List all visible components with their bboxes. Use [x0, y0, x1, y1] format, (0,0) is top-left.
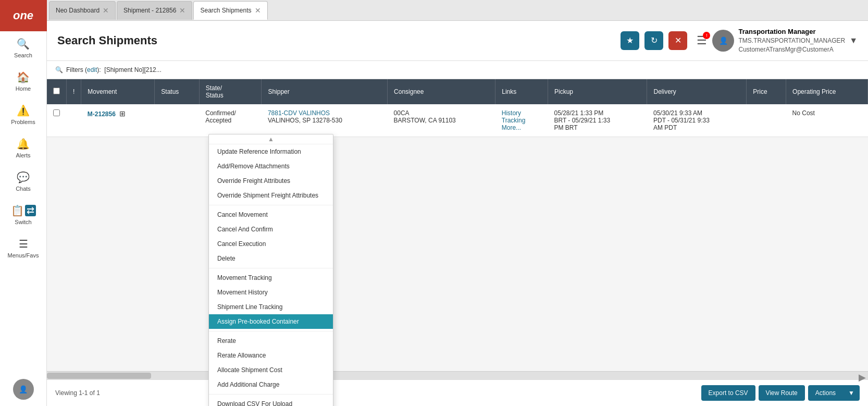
tab-bar: Neo Dashboard ✕ Shipment - 212856 ✕ Sear… — [47, 0, 868, 21]
sidebar-item-problems[interactable]: ⚠️ Problems — [0, 98, 46, 131]
menu-item-override-freight[interactable]: Override Freight Attributes — [209, 174, 333, 188]
sidebar-item-search[interactable]: 🔍 Search — [0, 31, 46, 65]
dropdown-divider-3 — [209, 331, 333, 331]
star-icon: ★ — [626, 35, 634, 45]
select-all-checkbox[interactable] — [53, 88, 60, 94]
actions-dropdown-button[interactable]: ▼ — [843, 385, 860, 401]
menu-item-rerate-allowance[interactable]: Rerate Allowance — [209, 348, 333, 363]
dropdown-divider-1 — [209, 205, 333, 205]
table-wrap[interactable]: ! Movement Status State/Status Shipper C… — [47, 79, 868, 371]
home-icon: 🏠 — [17, 71, 30, 83]
menu-item-movement-history[interactable]: Movement History — [209, 285, 333, 300]
user-info: 👤 Transportation Manager TMS.TRANSPORTAT… — [712, 27, 858, 54]
consignee-address: BARSTOW, CA 91103 — [394, 117, 456, 124]
main-area: Neo Dashboard ✕ Shipment - 212856 ✕ Sear… — [47, 0, 868, 406]
menu-item-movement-tracking[interactable]: Movement Tracking — [209, 270, 333, 285]
row-state-status-cell: Confirmed/Accepted — [199, 104, 262, 137]
menu-item-download-csv[interactable]: Download CSV For Upload — [209, 397, 333, 406]
sidebar-item-label: Search — [14, 52, 32, 58]
viewing-text: Viewing 1-1 of 1 — [55, 389, 100, 397]
tab-close-neo-dashboard[interactable]: ✕ — [103, 7, 109, 14]
search-icon: 🔍 — [17, 38, 30, 50]
refresh-button[interactable]: ↻ — [644, 31, 663, 50]
avatar: 👤 — [712, 30, 734, 52]
alerts-icon: 🔔 — [17, 138, 30, 150]
menu-button-wrap: ☰ ! — [697, 34, 707, 47]
shipments-table: ! Movement Status State/Status Shipper C… — [47, 79, 868, 137]
actions-split-button: Actions ▼ — [808, 385, 860, 401]
col-movement: Movement — [81, 79, 155, 104]
scrollbar-thumb — [47, 373, 151, 379]
tab-shipment-212856[interactable]: Shipment - 212856 ✕ — [117, 1, 192, 20]
menu-item-update-reference[interactable]: Update Reference Information — [209, 144, 333, 159]
menu-item-allocate-cost[interactable]: Allocate Shipment Cost — [209, 363, 333, 377]
menu-item-shipment-line-tracking[interactable]: Shipment Line Tracking — [209, 300, 333, 314]
export-csv-button[interactable]: Export to CSV — [701, 385, 755, 401]
actions-main-button[interactable]: Actions — [808, 385, 843, 401]
more-link[interactable]: More... — [502, 124, 542, 131]
tab-label: Shipment - 212856 — [123, 7, 176, 14]
tracking-link[interactable]: Tracking — [502, 117, 542, 124]
row-excl-cell — [67, 104, 81, 137]
sidebar-item-label: Home — [16, 85, 31, 92]
sidebar-item-home[interactable]: 🏠 Home — [0, 65, 46, 98]
close-button[interactable]: ✕ — [668, 31, 687, 50]
row-delivery-cell: 05/30/21 9:33 AM PDT - 05/31/21 9:33 AM … — [647, 104, 747, 137]
col-operating-price: Operating Price — [786, 79, 868, 104]
menu-item-delete[interactable]: Delete — [209, 251, 333, 266]
page-header: Search Shipments ★ ↻ ✕ ☰ ! 👤 Transportat… — [47, 21, 868, 61]
menu-item-rerate[interactable]: Rerate — [209, 334, 333, 348]
row-status-cell — [155, 104, 199, 137]
row-checkbox[interactable] — [53, 109, 60, 116]
bookmark-button[interactable]: ★ — [621, 31, 639, 50]
user-role: TMS.TRANSPORTATION_MANAGER — [738, 36, 845, 45]
menu-item-add-attachments[interactable]: Add/Remove Attachments — [209, 159, 333, 174]
row-shipper-cell: 7881-CDV VALINHOS VALINHOS, SP 13278-530 — [262, 104, 388, 137]
sidebar-item-chats[interactable]: 💬 Chats — [0, 165, 46, 198]
page-title: Search Shipments — [57, 34, 157, 47]
menu-item-cancel-execution[interactable]: Cancel Execution — [209, 237, 333, 251]
menu-item-override-shipment[interactable]: Override Shipment Freight Attributes — [209, 188, 333, 203]
col-consignee: Consignee — [388, 79, 495, 104]
col-shipper: Shipper — [262, 79, 388, 104]
app-logo[interactable]: one — [0, 0, 47, 31]
row-movement-cell: M-212856 ⊞ — [81, 104, 155, 137]
horizontal-scrollbar[interactable]: ▶ — [47, 371, 868, 379]
menu-item-cancel-confirm[interactable]: Cancel And Confirm — [209, 222, 333, 237]
row-links-cell: History Tracking More... — [495, 104, 548, 137]
movement-link[interactable]: M-212856 — [88, 110, 116, 118]
menu-item-assign-pre-booked[interactable]: Assign Pre-booked Container — [209, 314, 333, 329]
close-icon: ✕ — [675, 35, 681, 45]
tab-neo-dashboard[interactable]: Neo Dashboard ✕ — [49, 1, 116, 20]
notification-badge: ! — [703, 32, 710, 39]
view-route-button[interactable]: View Route — [759, 385, 805, 401]
footer-bar: Viewing 1-1 of 1 Export to CSV View Rout… — [47, 379, 868, 406]
dropdown-scroll-up[interactable]: ▲ — [209, 134, 333, 144]
content-area: 🔍 Filters (edit): [Shipment No][212... !… — [47, 61, 868, 406]
menu-item-add-charge[interactable]: Add Additional Charge — [209, 377, 333, 392]
shipper-link[interactable]: 7881-CDV VALINHOS — [268, 109, 330, 117]
user-name: Transportation Manager — [738, 27, 845, 36]
menu-item-cancel-movement[interactable]: Cancel Movement — [209, 207, 333, 222]
footer-buttons: Export to CSV View Route Actions ▼ — [701, 385, 860, 401]
col-pickup: Pickup — [548, 79, 647, 104]
tab-search-shipments[interactable]: Search Shipments ✕ — [193, 1, 267, 20]
filter-edit-link[interactable]: edit — [87, 66, 97, 73]
shipper-address: VALINHOS, SP 13278-530 — [268, 117, 342, 124]
tab-close-search[interactable]: ✕ — [255, 7, 261, 14]
history-link[interactable]: History — [502, 109, 542, 117]
user-email: CustomerATransMgr@CustomerA — [738, 45, 845, 54]
col-exclamation: ! — [67, 79, 81, 104]
sidebar-item-switch[interactable]: 📋 ⇄ Switch — [0, 198, 46, 231]
sidebar-item-label: Chats — [16, 186, 31, 192]
user-avatar-nav[interactable]: 👤 — [0, 373, 46, 406]
scroll-right-arrow[interactable]: ▶ — [859, 372, 866, 383]
refresh-icon: ↻ — [651, 35, 658, 45]
col-price: Price — [747, 79, 786, 104]
col-status: Status — [155, 79, 199, 104]
sidebar-item-menus[interactable]: ☰ Menus/Favs — [0, 231, 46, 265]
movement-icon: ⊞ — [119, 109, 126, 118]
sidebar-item-alerts[interactable]: 🔔 Alerts — [0, 131, 46, 165]
user-dropdown-arrow[interactable]: ▼ — [849, 36, 858, 45]
tab-close-shipment[interactable]: ✕ — [179, 7, 185, 14]
